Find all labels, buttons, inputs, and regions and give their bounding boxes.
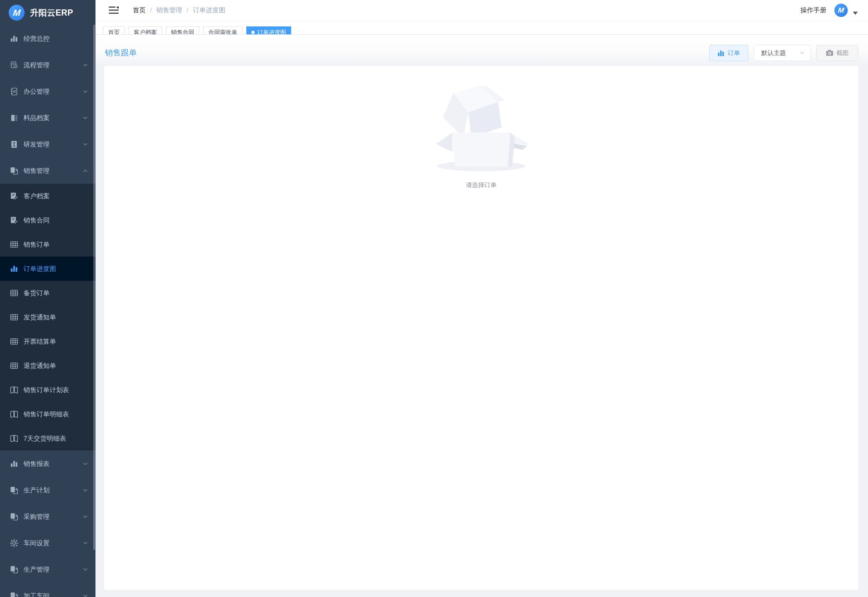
tab[interactable]: 客户档案 <box>129 27 162 35</box>
sidebar-item[interactable]: 开票结算单 <box>0 329 95 353</box>
content: 请选择订单 <box>95 66 868 597</box>
caret-down-icon[interactable] <box>853 12 858 15</box>
doc-edit-icon <box>10 192 18 200</box>
sidebar-item[interactable]: 销售订单 <box>0 232 95 257</box>
order-chart-icon <box>718 50 724 56</box>
sidebar-item[interactable]: 退货通知单 <box>0 353 95 378</box>
sidebar-item-label: 采购管理 <box>24 512 82 521</box>
tab[interactable]: 首页 <box>103 27 125 35</box>
order-button[interactable]: 订单 <box>709 45 748 61</box>
sidebar-item[interactable]: 销售合同 <box>0 208 95 232</box>
chevron-down-icon <box>82 539 89 547</box>
sidebar-item-label: 加工车间 <box>24 591 82 597</box>
table-icon <box>10 289 18 297</box>
sidebar-item-label: 订单进度图 <box>24 264 89 273</box>
copy-icon <box>10 512 18 521</box>
sidebar-menu: 经营总控流程管理办公管理料品档案研发管理销售管理客户档案销售合同销售订单订单进度… <box>0 25 95 597</box>
sidebar-item[interactable]: 加工车间 <box>0 582 95 597</box>
bar-chart-icon <box>10 459 18 468</box>
tab[interactable]: 销售合同 <box>166 27 199 35</box>
chevron-down-icon <box>82 141 89 148</box>
sidebar-item[interactable]: 发货通知单 <box>0 305 95 329</box>
sidebar-item[interactable]: 办公管理 <box>0 78 95 105</box>
sidebar-item-label: 销售订单明细表 <box>24 410 89 419</box>
toolbar: 订单 默认主题 截图 <box>709 45 858 61</box>
sidebar-item[interactable]: 车间设置 <box>0 530 95 556</box>
sidebar-item[interactable]: 流程管理 <box>0 52 95 78</box>
empty-state: 请选择订单 <box>104 83 858 189</box>
sidebar-item[interactable]: 销售管理 <box>0 157 95 184</box>
tab-label: 首页 <box>108 29 120 35</box>
sidebar: M 升阳云ERP 经营总控流程管理办公管理料品档案研发管理销售管理客户档案销售合… <box>0 0 95 597</box>
sidebar-item[interactable]: 7天交货明细表 <box>0 426 95 450</box>
sidebar-item[interactable]: 生产计划 <box>0 477 95 503</box>
notebook-icon <box>10 87 18 96</box>
breadcrumb-item-home[interactable]: 首页 <box>133 6 146 15</box>
chevron-down-icon <box>82 592 89 597</box>
logo[interactable]: M 升阳云ERP <box>0 0 95 25</box>
app-title: 升阳云ERP <box>30 7 73 18</box>
copy-icon <box>10 591 18 597</box>
sidebar-item[interactable]: 生产管理 <box>0 556 95 582</box>
tags-strip: 首页客户档案销售合同合同审批单订单进度图 <box>103 27 291 35</box>
sidebar-item-label: 生产计划 <box>24 486 82 495</box>
sidebar-item[interactable]: 销售报表 <box>0 450 95 477</box>
sidebar-item-label: 销售报表 <box>24 459 82 468</box>
sidebar-item-label: 客户档案 <box>24 192 89 200</box>
breadcrumb-item-sales: 销售管理 <box>156 6 182 15</box>
sidebar-item-label: 销售管理 <box>24 166 82 175</box>
help-manual-link[interactable]: 操作手册 <box>800 6 827 15</box>
sidebar-item-label: 销售订单计划表 <box>24 386 89 394</box>
theme-select-value: 默认主题 <box>761 49 786 57</box>
copy-icon <box>10 486 18 495</box>
copy-icon <box>10 166 18 175</box>
tab-label: 合同审批单 <box>208 29 237 35</box>
navbar: 首页 / 销售管理 / 订单进度图 操作手册 M <box>95 0 868 21</box>
doc-i-icon <box>10 140 18 149</box>
sidebar-item[interactable]: 销售订单计划表 <box>0 378 95 402</box>
sidebar-item[interactable]: 订单进度图 <box>0 257 95 281</box>
chevron-down-icon <box>799 50 806 56</box>
sidebar-item-label: 生产管理 <box>24 565 82 574</box>
sidebar-item-label: 销售订单 <box>24 240 89 249</box>
bar-chart-icon <box>10 34 18 43</box>
sidebar-item-label: 办公管理 <box>24 87 82 96</box>
tab-active[interactable]: 订单进度图 <box>246 27 291 35</box>
page-head: 销售跟单 订单 默认主题 <box>95 35 868 66</box>
sidebar-item[interactable]: 经营总控 <box>0 25 95 52</box>
open-book-icon <box>10 386 18 394</box>
breadcrumb-separator: / <box>150 6 152 14</box>
app: { "app": { "name": "升阳云ERP" }, "header":… <box>0 0 868 597</box>
screenshot-button[interactable]: 截图 <box>816 45 858 61</box>
sidebar-item-label: 发货通知单 <box>24 313 89 322</box>
sidebar-item[interactable]: 研发管理 <box>0 131 95 157</box>
navbar-right: 操作手册 M <box>800 4 858 17</box>
chevron-down-icon <box>82 513 89 520</box>
sidebar-item[interactable]: 客户档案 <box>0 184 95 208</box>
tab[interactable]: 合同审批单 <box>203 27 242 35</box>
sidebar-item-label: 销售合同 <box>24 216 89 225</box>
avatar[interactable]: M <box>834 4 848 17</box>
empty-box-illustration <box>431 83 532 173</box>
sidebar-item-label: 料品档案 <box>24 114 82 122</box>
sidebar-item-label: 备货订单 <box>24 289 89 297</box>
sidebar-item-label: 车间设置 <box>24 539 82 547</box>
sidebar-toggle-button[interactable] <box>109 5 120 15</box>
sidebar-item[interactable]: 备货订单 <box>0 281 95 305</box>
chevron-up-icon <box>82 167 89 174</box>
sidebar-item[interactable]: 采购管理 <box>0 503 95 530</box>
sidebar-item[interactable]: 销售订单明细表 <box>0 402 95 426</box>
table-icon <box>10 313 18 322</box>
copy-icon <box>10 565 18 574</box>
chevron-down-icon <box>82 460 89 468</box>
flow-doc-icon <box>10 61 18 70</box>
sidebar-item-label: 7天交货明细表 <box>24 434 89 443</box>
hamburger-icon <box>109 6 119 15</box>
theme-select[interactable]: 默认主题 <box>754 45 811 61</box>
tracking-card: 请选择订单 <box>104 66 858 590</box>
sidebar-item-label: 经营总控 <box>24 34 89 43</box>
sidebar-scrollbar[interactable] <box>93 25 95 550</box>
tags-view: 首页客户档案销售合同合同审批单订单进度图 <box>95 21 868 35</box>
active-tab-dot <box>251 31 255 34</box>
sidebar-item[interactable]: 料品档案 <box>0 105 95 131</box>
